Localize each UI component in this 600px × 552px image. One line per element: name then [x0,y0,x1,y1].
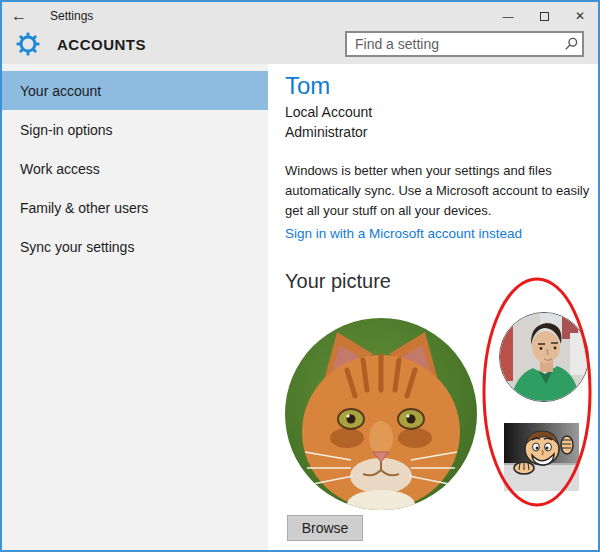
sidebar-item-your-account[interactable]: Your account [2,71,268,110]
minimize-icon: — [503,11,514,21]
browse-button[interactable]: Browse [287,515,363,541]
account-role: Administrator [285,122,372,142]
page-header: ACCOUNTS [2,30,598,64]
search-icon [564,37,578,51]
search-box [345,31,584,57]
sidebar-item-family-other-users[interactable]: Family & other users [2,188,268,227]
sidebar-item-label: Work access [20,161,100,177]
sidebar-item-label: Your account [20,83,101,99]
page-title: ACCOUNTS [57,36,146,53]
sidebar-item-sign-in-options[interactable]: Sign-in options [2,110,268,149]
previous-picture-photo[interactable] [499,312,589,402]
sync-description: Windows is better when your settings and… [285,161,597,221]
close-button[interactable]: ✕ [562,2,598,30]
maximize-button[interactable] [526,2,562,30]
back-arrow-icon: ← [11,7,27,25]
settings-window: ← Settings — ✕ ACCOU [0,0,600,552]
window-title: Settings [50,9,93,23]
gear-icon [16,32,40,56]
account-type: Local Account [285,102,372,122]
sidebar: Your account Sign-in options Work access… [2,64,268,550]
sidebar-item-label: Family & other users [20,200,148,216]
content-pane: Tom Local Account Administrator Windows … [268,64,598,550]
microsoft-account-link[interactable]: Sign in with a Microsoft account instead [285,226,522,241]
close-icon: ✕ [575,9,585,23]
sidebar-item-label: Sign-in options [20,122,113,138]
sidebar-item-label: Sync your settings [20,239,134,255]
sidebar-item-sync-your-settings[interactable]: Sync your settings [2,227,268,266]
previous-picture-cartoon[interactable] [504,423,579,491]
titlebar: ← Settings — ✕ [2,2,598,30]
sidebar-item-work-access[interactable]: Work access [2,149,268,188]
your-picture-heading: Your picture [285,270,391,293]
back-button[interactable]: ← [2,2,36,30]
search-input[interactable] [345,31,584,57]
maximize-icon [540,12,549,21]
current-account-picture-cat [285,318,477,510]
main-area: Your account Sign-in options Work access… [2,64,598,550]
minimize-button[interactable]: — [490,2,526,30]
account-name: Tom [285,72,330,100]
